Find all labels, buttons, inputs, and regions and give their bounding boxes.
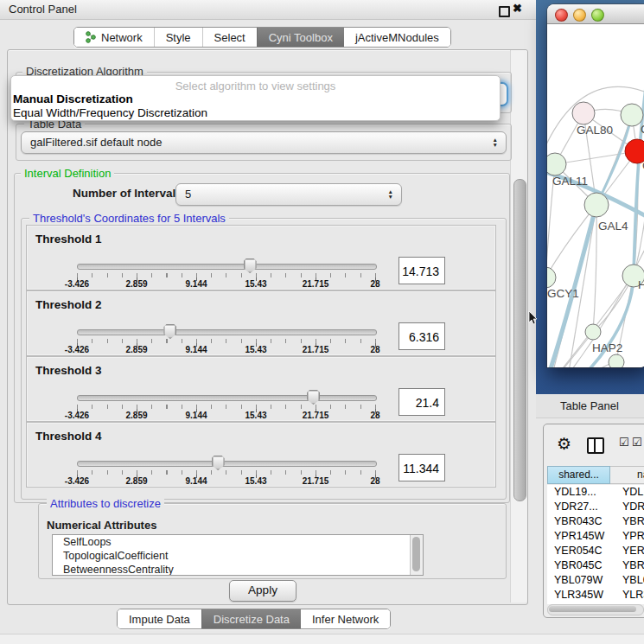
column-header-shared[interactable]: shared... — [547, 466, 610, 484]
slider-thumb[interactable] — [212, 456, 225, 470]
tab-impute-data[interactable]: Impute Data — [118, 609, 201, 628]
table-row[interactable]: YBL079WYBL0 — [547, 573, 644, 588]
detach-window-icon[interactable] — [499, 6, 510, 17]
algorithm-dropdown-popup: Select algorithm to view settings Manual… — [10, 75, 501, 121]
slider-thumb[interactable] — [307, 390, 320, 405]
network-view-window[interactable]: GAL80 GA C GAL11 GAL4 GCY1 H HAP2 — [547, 4, 644, 367]
table-body: YDL19...YDL1YDR27...YDR2YBR043CYBR0YPR14… — [547, 485, 644, 604]
table-row[interactable]: YPR145WYPR1 — [547, 529, 644, 544]
cell-name[interactable]: YLR3 — [610, 588, 644, 603]
split-columns-icon[interactable] — [587, 437, 604, 454]
node-label-gal11: GAL11 — [552, 175, 588, 188]
table-row[interactable]: YLR345WYLR3 — [547, 588, 644, 603]
table-data-combobox[interactable]: galFiltered.sif default node ▲▼ — [21, 131, 507, 154]
threshold-value-field[interactable]: 6.316 — [399, 322, 445, 350]
tab-cyni-toolbox[interactable]: Cyni Toolbox — [257, 28, 344, 47]
numerical-attributes-label: Numerical Attributes — [47, 519, 156, 532]
apply-button[interactable]: Apply — [229, 580, 296, 602]
cell-shared-name[interactable]: YLR345W — [547, 588, 610, 603]
cell-name[interactable]: YER0 — [610, 544, 644, 558]
dropdown-option-manual[interactable]: Manual Discretization — [13, 92, 133, 105]
list-item[interactable]: SelfLoops — [53, 535, 423, 549]
dropdown-option-equal-width[interactable]: Equal Width/Frequency Discretization — [13, 106, 207, 119]
thresholds-group-title: Threshold's Coordinates for 5 Intervals — [29, 212, 229, 225]
slider-thumb[interactable] — [163, 324, 176, 339]
cell-shared-name[interactable]: YPR145W — [547, 529, 610, 544]
cell-name[interactable]: YBR0 — [610, 558, 644, 573]
threshold-value-field[interactable]: 14.713 — [399, 257, 445, 284]
tab-select[interactable]: Select — [202, 28, 257, 47]
threshold-slider[interactable] — [77, 264, 377, 270]
control-panel-window: Control Panel ✖ Network Style Select Cyn… — [0, 0, 644, 644]
tab-discretize-data[interactable]: Discretize Data — [201, 609, 301, 628]
threshold-row: Threshold 4 -3.426 2.859 9.144 15.43 21.… — [26, 422, 496, 488]
minimize-traffic-light-icon[interactable] — [573, 9, 586, 22]
cell-shared-name[interactable]: YBR045C — [547, 558, 610, 573]
list-item[interactable]: BetweennessCentrality — [53, 563, 423, 576]
number-of-intervals-value: 5 — [185, 188, 191, 201]
close-traffic-light-icon[interactable] — [555, 9, 568, 22]
table-row[interactable]: YDL19...YDL1 — [547, 485, 644, 500]
cell-shared-name[interactable]: YBR043C — [547, 514, 610, 529]
cell-name[interactable]: YDR2 — [610, 500, 644, 514]
cell-name[interactable]: YDL1 — [610, 485, 644, 500]
cell-name[interactable]: YBL0 — [610, 573, 644, 588]
table-row[interactable]: YBR045CYBR0 — [547, 558, 644, 573]
tab-network-label: Network — [101, 31, 143, 44]
number-of-intervals-combobox[interactable]: 5 ▲▼ — [175, 183, 402, 206]
node-label-gal80: GAL80 — [577, 124, 613, 137]
table-row[interactable]: YBR043CYBR0 — [547, 514, 644, 529]
checkbox-icon[interactable]: ☑ — [619, 436, 629, 449]
panel-vertical-scrollbar[interactable] — [510, 50, 527, 603]
cell-name[interactable]: YPR1 — [610, 529, 644, 544]
cell-shared-name[interactable]: YDR27... — [547, 500, 610, 514]
threshold-slider[interactable] — [77, 461, 377, 467]
dropdown-placeholder: Select algorithm to view settings — [11, 80, 500, 92]
cell-shared-name[interactable]: YBL079W — [547, 573, 610, 588]
close-icon[interactable]: ✖ — [513, 2, 522, 15]
threshold-slider[interactable] — [77, 329, 377, 335]
column-header-name[interactable]: name — [610, 466, 644, 484]
numerical-attributes-list[interactable]: SelfLoops TopologicalCoefficient Between… — [52, 534, 424, 576]
tab-jactivemnodules[interactable]: jActiveMNodules — [344, 28, 450, 47]
node-label-gal4: GAL4 — [598, 220, 628, 233]
table-row[interactable]: YER054CYER0 — [547, 544, 644, 558]
cell-shared-name[interactable]: YER054C — [547, 544, 610, 558]
cell-name[interactable]: YBR0 — [610, 514, 644, 529]
slider-thumb[interactable] — [244, 258, 257, 273]
interval-definition-title: Interval Definition — [21, 167, 114, 180]
zoom-traffic-light-icon[interactable] — [591, 9, 604, 22]
table-horizontal-scrollbar[interactable] — [547, 604, 644, 615]
tab-network[interactable]: Network — [74, 28, 154, 47]
threshold-label: Threshold 3 — [35, 364, 102, 377]
list-scrollbar[interactable] — [410, 535, 423, 575]
checkbox-icon[interactable]: ☑ — [632, 436, 642, 449]
threshold-value-field[interactable]: 11.344 — [399, 454, 445, 481]
mouse-cursor — [528, 311, 539, 327]
tab-style[interactable]: Style — [154, 28, 202, 47]
threshold-row: Threshold 3 -3.426 2.859 9.144 15.43 21.… — [26, 356, 496, 422]
list-item[interactable]: TopologicalCoefficient — [53, 549, 423, 563]
threshold-label: Threshold 4 — [35, 430, 102, 443]
threshold-label: Threshold 1 — [35, 233, 102, 245]
tab-infer-network[interactable]: Infer Network — [301, 609, 390, 628]
network-canvas[interactable]: GAL80 GA C GAL11 GAL4 GCY1 H HAP2 — [547, 24, 644, 367]
node-label-hap2: HAP2 — [592, 341, 622, 354]
table-row[interactable]: YDR27...YDR2 — [547, 500, 644, 514]
cell-shared-name[interactable]: YDL19... — [547, 485, 610, 500]
network-icon — [86, 31, 96, 43]
bottom-tab-bar: Impute Data Discretize Data Infer Networ… — [117, 609, 391, 629]
combo-stepper-icon: ▲▼ — [493, 132, 498, 153]
network-window-titlebar[interactable] — [547, 4, 644, 24]
top-tab-bar: Network Style Select Cyni Toolbox jActiv… — [73, 27, 451, 48]
network-desktop: GAL80 GA C GAL11 GAL4 GCY1 H HAP2 — [536, 0, 644, 394]
slider-tick-labels: -3.426 2.859 9.144 15.43 21.715 28 — [77, 279, 375, 290]
gear-icon[interactable]: ⚙ — [557, 434, 571, 454]
threshold-value-field[interactable]: 21.4 — [399, 388, 445, 416]
threshold-slider[interactable] — [77, 395, 377, 401]
threshold-label: Threshold 2 — [35, 298, 102, 311]
threshold-row: Threshold 1 -3.426 2.859 9.144 15.43 21.… — [26, 225, 496, 290]
scrollbar-thumb[interactable] — [513, 179, 526, 501]
table-panel-title: Table Panel — [560, 399, 619, 412]
window-title: Control Panel — [9, 3, 77, 16]
